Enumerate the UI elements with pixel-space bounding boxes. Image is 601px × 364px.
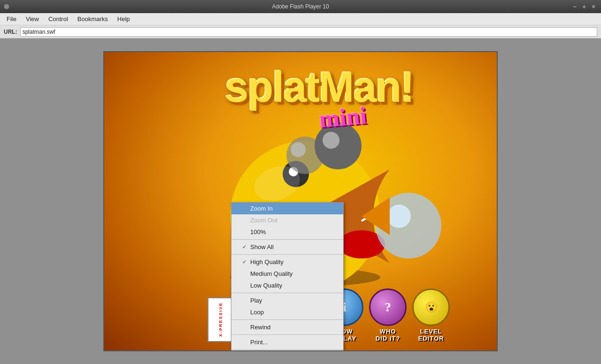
ctx-loop[interactable]: Loop [231, 306, 343, 318]
ctx-low-quality[interactable]: Low Quality [231, 280, 343, 291]
level-editor-button[interactable]: 😮 LEVELEDITOR [412, 288, 450, 342]
ctx-print[interactable]: Print... [231, 336, 343, 348]
svg-point-9 [387, 205, 411, 228]
menu-bookmarks[interactable]: Bookmarks [73, 15, 113, 23]
ctx-show-all[interactable]: ✓ Show All [231, 241, 343, 253]
urlbar: URL: [0, 25, 601, 38]
ctx-zoom-100[interactable]: 100% [231, 226, 343, 238]
ctx-rewind[interactable]: Rewind [231, 321, 343, 333]
url-label: URL: [4, 29, 17, 35]
ctx-high-quality[interactable]: ✓ High Quality [231, 256, 343, 268]
xpressive-vertical-box: X-PRESSIVE [208, 297, 233, 342]
menu-help[interactable]: Help [113, 15, 135, 23]
ctx-sep-5 [231, 334, 343, 335]
xpressive-text: X-PRESSIVE [218, 302, 223, 337]
level-editor-label: LEVELEDITOR [418, 328, 444, 342]
maximize-button[interactable]: + [580, 3, 588, 10]
minimize-button[interactable]: − [571, 3, 578, 10]
ctx-zoom-out[interactable]: Zoom Out [231, 214, 343, 226]
close-button[interactable]: × [590, 3, 597, 10]
flash-container: splatMan! mini [103, 51, 498, 351]
who-did-it-label: WHODID IT? [376, 328, 401, 342]
context-menu: Zoom In Zoom Out 100% ✓ Show All ✓ H [231, 202, 344, 351]
titlebar-controls: − + × [571, 3, 597, 10]
ctx-sep-1 [231, 239, 343, 240]
ctx-zoom-in[interactable]: Zoom In [231, 203, 343, 214]
ctx-medium-quality[interactable]: Medium Quality [231, 268, 343, 280]
ctx-sep-2 [231, 254, 343, 255]
menu-view[interactable]: View [21, 15, 44, 23]
who-did-it-button[interactable]: ? WHODID IT? [369, 288, 407, 342]
content-area: splatMan! mini [0, 38, 601, 364]
url-input[interactable] [20, 27, 597, 37]
ctx-sep-6 [231, 349, 343, 350]
ctx-sep-4 [231, 319, 343, 320]
ctx-play[interactable]: Play [231, 295, 343, 306]
traffic-light [4, 4, 9, 9]
titlebar: Adobe Flash Player 10 − + × [0, 0, 601, 13]
svg-point-5 [291, 142, 306, 157]
svg-point-11 [323, 132, 339, 149]
menu-file[interactable]: File [2, 15, 21, 23]
menubar: File View Control Bookmarks Help [0, 13, 601, 25]
ctx-sep-3 [231, 293, 343, 293]
titlebar-left [4, 4, 9, 9]
menu-control[interactable]: Control [44, 15, 73, 23]
window-title: Adobe Flash Player 10 [272, 3, 329, 10]
game-title: splatMan! mini [225, 66, 414, 129]
